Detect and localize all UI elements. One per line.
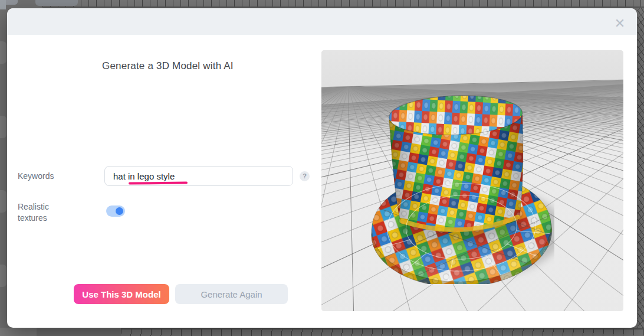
model-preview-viewport[interactable] — [321, 50, 623, 311]
generate-3d-model-dialog: ✕ Generate a 3D Model with AI Keywords ?… — [7, 8, 637, 328]
realistic-textures-toggle[interactable] — [106, 205, 125, 217]
background-sidebar-item — [0, 116, 6, 138]
background-toolbar-button — [35, 0, 78, 6]
use-3d-model-button[interactable]: Use This 3D Model — [74, 284, 169, 304]
background-bottom-panel — [0, 328, 37, 336]
keywords-label: Keywords — [18, 171, 54, 181]
generate-again-button[interactable]: Generate Again — [175, 284, 288, 304]
background-viewport-grid-right — [638, 8, 644, 328]
app-background: ✕ Generate a 3D Model with AI Keywords ?… — [0, 0, 644, 336]
dialog-header — [7, 8, 637, 35]
close-icon[interactable]: ✕ — [612, 16, 627, 31]
background-sidebar-top — [0, 0, 6, 9]
realistic-textures-label: Realistic textures — [18, 201, 58, 224]
background-viewport-grid-bottom — [121, 328, 644, 336]
lego-hat-model — [366, 93, 554, 284]
background-viewport-grid-top — [42, 0, 644, 8]
page-title: Generate a 3D Model with AI — [102, 60, 234, 72]
help-icon[interactable]: ? — [300, 171, 310, 181]
toggle-knob — [116, 207, 123, 215]
background-sidebar-item — [0, 41, 6, 64]
background-sidebar-item — [0, 190, 6, 213]
background-sidebar-item — [0, 265, 6, 287]
